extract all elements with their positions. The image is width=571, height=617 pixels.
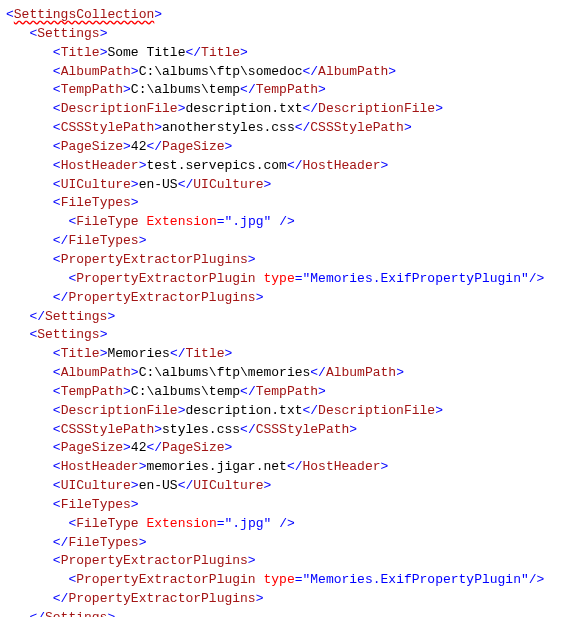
text: en-US — [139, 177, 178, 192]
text: C:\albums\temp — [131, 384, 240, 399]
attr-val: ".jpg" — [225, 516, 272, 531]
tag-open: Settings — [37, 327, 99, 342]
tag: PropertyExtractorPlugin — [76, 271, 255, 286]
text: Some Title — [107, 45, 185, 60]
text: test.servepics.com — [146, 158, 286, 173]
xml-code-block: <SettingsCollection> <Settings> <Title>S… — [6, 6, 565, 617]
text: description.txt — [185, 403, 302, 418]
text: en-US — [139, 478, 178, 493]
tag: FileType — [76, 516, 138, 531]
tag: AlbumPath — [326, 365, 396, 380]
tag: UICulture — [193, 177, 263, 192]
tag-close: Settings — [45, 309, 107, 324]
tag: PropertyExtractorPlugins — [68, 591, 255, 606]
attr-val: ".jpg" — [225, 214, 272, 229]
tag: FileTypes — [68, 535, 138, 550]
tag: CSSStylePath — [61, 120, 155, 135]
tag: DescriptionFile — [61, 101, 178, 116]
text: C:\albums\ftp\somedoc — [139, 64, 303, 79]
tag: FileTypes — [61, 195, 131, 210]
tag: HostHeader — [303, 158, 381, 173]
attr: Extension — [146, 214, 216, 229]
tag: UICulture — [61, 177, 131, 192]
attr: Extension — [146, 516, 216, 531]
attr: type — [263, 271, 294, 286]
tag: AlbumPath — [318, 64, 388, 79]
tag: PropertyExtractorPlugins — [61, 553, 248, 568]
text: Memories — [107, 346, 169, 361]
tag: PropertyExtractorPlugins — [61, 252, 248, 267]
tag: Title — [201, 45, 240, 60]
tag: Title — [185, 346, 224, 361]
tag: TempPath — [61, 82, 123, 97]
tag: DescriptionFile — [61, 403, 178, 418]
tag: Title — [61, 346, 100, 361]
tag-open: SettingsCollection — [14, 7, 154, 22]
text: C:\albums\temp — [131, 82, 240, 97]
tag: HostHeader — [61, 459, 139, 474]
tag: DescriptionFile — [318, 101, 435, 116]
attr-val: "Memories.ExifPropertyPlugin" — [303, 271, 529, 286]
text: 42 — [131, 139, 147, 154]
tag: PageSize — [61, 440, 123, 455]
tag: PageSize — [162, 440, 224, 455]
tag: CSSStylePath — [310, 120, 404, 135]
tag: FileTypes — [68, 233, 138, 248]
attr-val: "Memories.ExifPropertyPlugin" — [303, 572, 529, 587]
tag: PropertyExtractorPlugin — [76, 572, 255, 587]
tag: FileType — [76, 214, 138, 229]
attr: type — [263, 572, 294, 587]
tag: UICulture — [61, 478, 131, 493]
text: description.txt — [185, 101, 302, 116]
tag: AlbumPath — [61, 365, 131, 380]
text: 42 — [131, 440, 147, 455]
tag: Title — [61, 45, 100, 60]
tag-close: Settings — [45, 610, 107, 617]
tag: AlbumPath — [61, 64, 131, 79]
tag: PageSize — [162, 139, 224, 154]
text: styles.css — [162, 422, 240, 437]
tag: TempPath — [256, 82, 318, 97]
text: C:\albums\ftp\memories — [139, 365, 311, 380]
tag-open: Settings — [37, 26, 99, 41]
tag: HostHeader — [61, 158, 139, 173]
tag: FileTypes — [61, 497, 131, 512]
tag: HostHeader — [303, 459, 381, 474]
tag: DescriptionFile — [318, 403, 435, 418]
tag: CSSStylePath — [61, 422, 155, 437]
tag: PropertyExtractorPlugins — [68, 290, 255, 305]
tag: UICulture — [193, 478, 263, 493]
tag: TempPath — [61, 384, 123, 399]
text: anotherstyles.css — [162, 120, 295, 135]
text: memories.jigar.net — [146, 459, 286, 474]
tag: TempPath — [256, 384, 318, 399]
tag: PageSize — [61, 139, 123, 154]
tag: CSSStylePath — [256, 422, 350, 437]
